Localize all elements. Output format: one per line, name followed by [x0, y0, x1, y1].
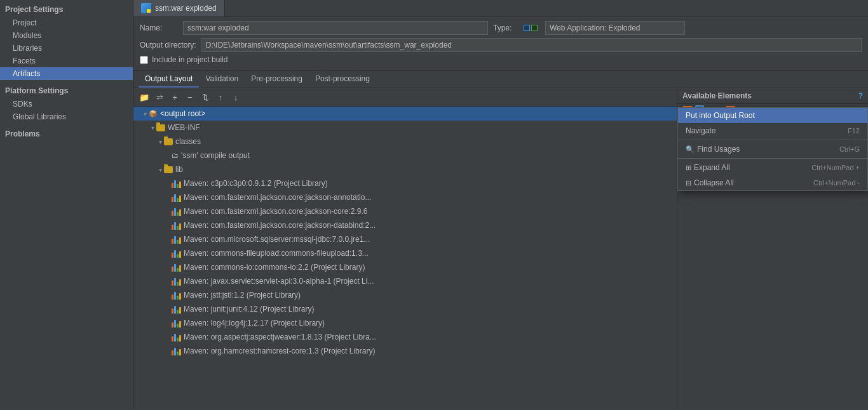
- up-btn[interactable]: ↑: [214, 90, 227, 104]
- ctx-navigate-label: Navigate: [686, 126, 715, 135]
- sort-btn[interactable]: ⇌: [153, 90, 166, 104]
- tree-item-lib[interactable]: ▾ lib: [133, 162, 677, 176]
- arrow-classes: ▾: [156, 138, 164, 145]
- jar-icon: [172, 319, 181, 327]
- list-item[interactable]: Maven: org.aspectj:aspectjweaver:1.8.13 …: [133, 330, 677, 344]
- jar-icon: [172, 291, 181, 300]
- list-item[interactable]: Maven: com.fasterxml.jackson.core:jackso…: [133, 204, 677, 218]
- tree-lib-label: lib: [175, 165, 183, 174]
- tree-maven-label: Maven: junit:junit:4.12 (Project Library…: [184, 305, 314, 314]
- jar-icon: [172, 235, 181, 244]
- available-title: Available Elements: [682, 91, 752, 100]
- tree-maven-label: Maven: com.fasterxml.jackson.core:jackso…: [184, 193, 371, 202]
- list-item[interactable]: Maven: com.microsoft.sqlserver:mssql-jdb…: [133, 232, 677, 246]
- sidebar-item-artifacts[interactable]: Artifacts: [0, 67, 133, 80]
- help-icon[interactable]: ?: [858, 91, 863, 100]
- artifact-tab[interactable]: ssm:war exploded: [133, 0, 225, 17]
- list-item[interactable]: Maven: javax.servlet:servlet-api:3.0-alp…: [133, 274, 677, 288]
- main-content: ssm:war exploded Name: Type: Output dire…: [133, 0, 868, 410]
- sidebar-item-global-libraries[interactable]: Global Libraries: [0, 110, 133, 123]
- list-item[interactable]: Maven: com.fasterxml.jackson.core:jackso…: [133, 190, 677, 204]
- tree-webinf-label: WEB-INF: [168, 123, 200, 132]
- jar-icon: [172, 277, 181, 286]
- type-input[interactable]: [545, 21, 685, 35]
- order-btn[interactable]: ⇅: [198, 90, 212, 104]
- ctx-expand-all-label: Expand All: [694, 163, 730, 172]
- tree-compile-label: 'ssm' compile output: [181, 151, 250, 160]
- tree-item-webinf[interactable]: ▾ WEB-INF: [133, 121, 677, 135]
- down-btn[interactable]: ↓: [229, 90, 243, 104]
- folder-btn[interactable]: 📁: [137, 90, 151, 104]
- sidebar-item-libraries[interactable]: Libraries: [0, 42, 133, 55]
- artifact-tab-bar: ssm:war exploded: [133, 0, 868, 17]
- arrow-lib: ▾: [156, 166, 164, 173]
- list-item[interactable]: Maven: com.fasterxml.jackson.core:jackso…: [133, 218, 677, 232]
- tabs-bar: Output Layout Validation Pre-processing …: [133, 71, 868, 88]
- ctx-find-usages[interactable]: 🔍 Find Usages Ctrl+G: [678, 142, 867, 157]
- tree-maven-label: Maven: commons-io:commons-io:2.2 (Projec…: [184, 263, 365, 272]
- tree-maven-label: Maven: org.hamcrest:hamcrest-core:1.3 (P…: [184, 347, 375, 355]
- ctx-navigate[interactable]: Navigate F12: [678, 123, 867, 138]
- compile-icon: 🗂: [172, 152, 179, 159]
- ctx-navigate-shortcut: F12: [848, 127, 860, 135]
- fields-area: Name: Type: Output directory: Include in…: [133, 17, 868, 71]
- tree-item-root[interactable]: ▾ 📦 <output root>: [133, 107, 677, 121]
- ctx-put-into-output-root[interactable]: Put into Output Root: [678, 108, 867, 123]
- collapse-all-icon: ⊟: [686, 179, 691, 187]
- ctx-expand-all-shortcut: Ctrl+NumPad +: [811, 164, 860, 171]
- include-build-label: Include in project build: [152, 55, 227, 64]
- ctx-find-usages-shortcut: Ctrl+G: [839, 145, 860, 153]
- folder-icon-classes: [164, 138, 173, 145]
- artifact-tab-label: ssm:war exploded: [155, 4, 217, 13]
- sidebar-item-modules[interactable]: Modules: [0, 29, 133, 42]
- list-item[interactable]: Maven: jstl:jstl:1.2 (Project Library): [133, 288, 677, 302]
- tree-item-compile[interactable]: 🗂 'ssm' compile output: [133, 149, 677, 162]
- ctx-expand-all[interactable]: ⊞ Expand All Ctrl+NumPad +: [678, 160, 867, 175]
- list-item[interactable]: Maven: commons-fileupload:commons-fileup…: [133, 246, 677, 260]
- list-item[interactable]: Maven: commons-io:commons-io:2.2 (Projec…: [133, 260, 677, 274]
- list-item[interactable]: Maven: junit:junit:4.12 (Project Library…: [133, 302, 677, 316]
- arrow-webinf: ▾: [149, 124, 156, 131]
- tree-area[interactable]: ▾ 📦 <output root> ▾ WEB-INF ▾ classes: [133, 107, 677, 410]
- list-item[interactable]: Maven: c3p0:c3p0:0.9.1.2 (Project Librar…: [133, 176, 677, 190]
- tab-validation[interactable]: Validation: [199, 71, 245, 88]
- type-icon: [524, 25, 538, 31]
- output-dir-row: Output directory:: [140, 38, 862, 52]
- output-toolbar: 📁 ⇌ + − ⇅ ↑ ↓: [133, 88, 677, 107]
- tree-maven-label: Maven: com.fasterxml.jackson.core:jackso…: [184, 207, 367, 216]
- folder-icon-lib: [164, 166, 173, 173]
- tree-maven-label: Maven: commons-fileupload:commons-fileup…: [184, 249, 369, 258]
- name-row: Name: Type:: [140, 21, 862, 35]
- sidebar-item-sdks[interactable]: SDKs: [0, 98, 133, 110]
- sidebar-item-facets[interactable]: Facets: [0, 55, 133, 67]
- tab-output-layout[interactable]: Output Layout: [139, 71, 199, 88]
- output-dir-label: Output directory:: [140, 41, 196, 50]
- include-build-checkbox[interactable]: [140, 56, 148, 64]
- tree-item-classes[interactable]: ▾ classes: [133, 135, 677, 149]
- context-menu: Put into Output Root Navigate F12 🔍 Find…: [677, 107, 868, 191]
- tree-maven-label: Maven: org.aspectj:aspectjweaver:1.8.13 …: [184, 333, 376, 341]
- ctx-collapse-all[interactable]: ⊟ Collapse All Ctrl+NumPad -: [678, 175, 867, 190]
- artifact-icon: [141, 3, 151, 13]
- jar-icon: [172, 221, 181, 230]
- tree-root-label: <output root>: [160, 109, 205, 118]
- tree-maven-label: Maven: com.microsoft.sqlserver:mssql-jdb…: [184, 235, 370, 244]
- jar-icon: [172, 249, 181, 258]
- tree-maven-label: Maven: log4j:log4j:1.2.17 (Project Libra…: [184, 319, 325, 327]
- tab-post-processing[interactable]: Post-processing: [309, 71, 376, 88]
- expand-all-icon: ⊞: [686, 164, 691, 172]
- add-btn[interactable]: +: [168, 90, 182, 104]
- tab-pre-processing[interactable]: Pre-processing: [245, 71, 309, 88]
- sidebar-item-project[interactable]: Project: [0, 17, 133, 29]
- type-label: Type:: [493, 23, 519, 32]
- jar-icon: [172, 179, 181, 188]
- ctx-find-usages-label: Find Usages: [697, 145, 740, 154]
- list-item[interactable]: Maven: log4j:log4j:1.2.17 (Project Libra…: [133, 316, 677, 330]
- tree-maven-label: Maven: jstl:jstl:1.2 (Project Library): [184, 291, 301, 300]
- include-build-row: Include in project build: [140, 55, 862, 64]
- name-input[interactable]: [183, 21, 488, 35]
- output-dir-input[interactable]: [201, 38, 862, 52]
- jar-icon: [172, 263, 181, 272]
- remove-btn[interactable]: −: [183, 90, 197, 104]
- list-item[interactable]: Maven: org.hamcrest:hamcrest-core:1.3 (P…: [133, 344, 677, 358]
